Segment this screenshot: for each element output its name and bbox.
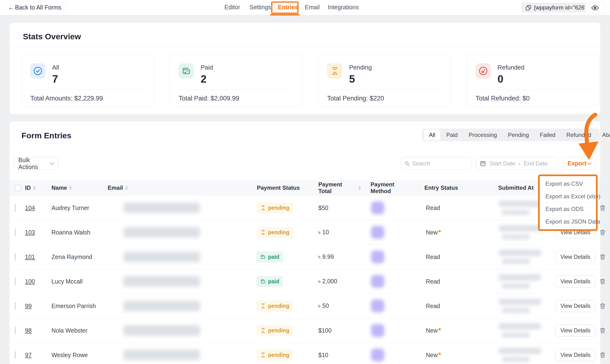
form-entries-card: Form Entries All Paid Processing Pending…	[10, 121, 600, 364]
check-circle-icon	[30, 63, 45, 78]
row-checkbox[interactable]	[15, 327, 16, 334]
view-details-button[interactable]: View Details	[556, 251, 596, 263]
stat-card-all: All 7 Total Amounts: $2,229.99	[21, 54, 154, 107]
export-button[interactable]: Export	[563, 157, 596, 170]
export-dropdown-menu: Export as CSV Export as Excel (xlsv) Exp…	[538, 174, 598, 231]
wallet-icon	[260, 279, 266, 284]
export-ods-item[interactable]: Export as ODS	[540, 203, 596, 215]
trash-icon[interactable]	[599, 278, 606, 285]
filter-refunded[interactable]: Refunded	[561, 130, 596, 141]
export-csv-item[interactable]: Export as CSV	[540, 178, 596, 190]
tab-email[interactable]: Email	[305, 4, 320, 11]
tab-settings[interactable]: Settings	[249, 4, 271, 11]
payment-status-label: pending	[268, 327, 289, 334]
entry-status: New	[416, 352, 487, 359]
submitted-at-redacted-blur	[499, 299, 542, 313]
stat-label: Pending	[349, 63, 372, 71]
tab-entries[interactable]: Entries	[278, 4, 298, 11]
export-json-item[interactable]: Export as JSON Data	[540, 215, 596, 228]
filter-processing[interactable]: Processing	[464, 130, 502, 141]
column-header-payment-method: Payment Method	[361, 181, 416, 195]
search-icon	[404, 160, 410, 167]
entry-name: Emerson Parrish	[48, 303, 105, 310]
entry-id-link[interactable]: 101	[25, 254, 35, 260]
filter-abandoned[interactable]: Abandoned	[597, 130, 610, 141]
column-header-email[interactable]: Email	[105, 184, 250, 191]
hourglass-icon	[260, 230, 266, 235]
entry-id-link[interactable]: 99	[25, 303, 32, 309]
filter-paid[interactable]: Paid	[441, 130, 463, 141]
payment-method-redacted-blur	[371, 250, 384, 263]
payment-method-redacted-blur	[371, 324, 384, 337]
start-date-placeholder[interactable]: Start Date	[489, 160, 515, 167]
payment-status-badge: pending	[256, 325, 293, 336]
column-header-name[interactable]: Name	[48, 184, 105, 191]
topbar-divider	[66, 0, 66, 15]
row-checkbox[interactable]	[15, 302, 16, 310]
row-checkbox[interactable]	[15, 351, 16, 359]
tab-editor[interactable]: Editor	[224, 4, 240, 11]
row-checkbox[interactable]	[15, 204, 16, 212]
trash-icon[interactable]	[599, 327, 606, 334]
payment-status-label: pending	[268, 229, 289, 236]
payment-total: ৳ 10	[310, 229, 361, 236]
table-row: 103 Roanna Walsh pending ৳ 10 New View D…	[10, 220, 600, 245]
sort-icon[interactable]	[33, 186, 36, 190]
sort-icon[interactable]	[125, 186, 128, 190]
trash-icon[interactable]	[599, 352, 606, 358]
tab-integrations[interactable]: Integrations	[328, 4, 359, 11]
column-header-payment-total[interactable]: Payment Total	[310, 181, 361, 195]
table-body: 104 Audrey Turner pending $50 Read View …	[10, 196, 600, 364]
table-row: 97 Wesley Rowe pending $10 New View Deta…	[10, 343, 600, 364]
filter-failed[interactable]: Failed	[535, 130, 560, 141]
trash-icon[interactable]	[599, 229, 606, 236]
top-bar: ← Back to All Forms Editor Settings Entr…	[0, 0, 610, 15]
sort-icon[interactable]	[69, 186, 72, 190]
trash-icon[interactable]	[599, 303, 606, 309]
export-excel-item[interactable]: Export as Excel (xlsv)	[540, 190, 596, 203]
entry-status: Read	[416, 254, 487, 260]
stat-value: 7	[52, 73, 59, 85]
filter-pending[interactable]: Pending	[503, 130, 534, 141]
row-checkbox[interactable]	[15, 229, 16, 236]
bulk-actions-dropdown[interactable]: Bulk Actions	[14, 157, 58, 170]
table-row: 101 Zena Raymond paid ৳ 9.99 Read View D…	[10, 245, 600, 269]
date-range-picker[interactable]: Start Date - End Date	[476, 157, 558, 170]
entries-header-divider	[10, 149, 600, 150]
end-date-placeholder[interactable]: End Date	[524, 160, 548, 167]
row-checkbox[interactable]	[15, 253, 16, 261]
entry-id-link[interactable]: 104	[25, 205, 35, 211]
trash-icon[interactable]	[599, 254, 606, 260]
stat-total: Total Pending: $220	[319, 90, 451, 102]
view-details-button[interactable]: View Details	[556, 300, 596, 312]
entry-name: Audrey Turner	[48, 205, 105, 211]
search-input[interactable]	[412, 160, 468, 167]
row-checkbox[interactable]	[15, 278, 16, 285]
stat-card-refunded: Refunded 0 Total Refunded: $0	[467, 54, 599, 107]
trash-icon[interactable]	[599, 205, 606, 211]
entry-id-link[interactable]: 100	[25, 278, 35, 285]
export-label: Export	[568, 160, 586, 167]
shortcode-chip[interactable]: [wppayform id="626"]	[521, 3, 592, 13]
refund-icon	[476, 63, 491, 78]
select-all-checkbox[interactable]	[15, 185, 21, 191]
entry-id-link[interactable]: 98	[25, 327, 32, 334]
submitted-at-redacted-blur	[499, 348, 542, 362]
entry-name: Zena Raymond	[48, 254, 105, 260]
payment-total: ৳ 2,000	[310, 278, 361, 285]
column-header-id[interactable]: ID	[25, 184, 48, 191]
entry-id-link[interactable]: 97	[25, 352, 32, 358]
view-details-button[interactable]: View Details	[556, 325, 596, 337]
preview-button[interactable]	[585, 2, 605, 14]
bulk-actions-label: Bulk Actions	[18, 157, 51, 170]
back-to-all-forms-link[interactable]: ← Back to All Forms	[8, 4, 61, 11]
entry-status: Read	[416, 205, 487, 211]
entry-id-link[interactable]: 103	[25, 229, 35, 236]
calendar-icon	[480, 160, 486, 167]
sort-icon[interactable]	[358, 186, 361, 190]
payment-status-badge: paid	[256, 276, 283, 287]
email-redacted-blur	[123, 325, 200, 336]
view-details-button[interactable]: View Details	[556, 275, 596, 287]
filter-all[interactable]: All	[424, 130, 440, 141]
view-details-button[interactable]: View Details	[556, 349, 596, 361]
